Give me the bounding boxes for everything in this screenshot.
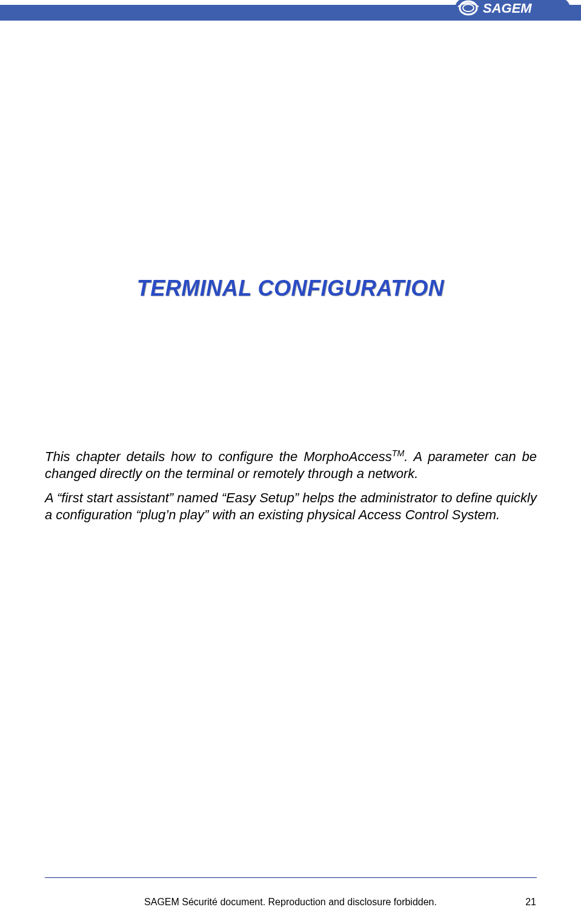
brand-text: SAGEM	[483, 1, 532, 16]
sagem-logo-icon: SAGEM	[455, 0, 570, 19]
intro-paragraph-1: This chapter details how to configure th…	[45, 448, 537, 483]
brand-logo: SAGEM	[455, 0, 570, 18]
page-number: 21	[525, 897, 536, 908]
trademark-superscript: TM	[392, 448, 405, 458]
intro-paragraph-2: A “first start assistant” named “Easy Se…	[45, 490, 537, 523]
footer-notice: SAGEM Sécurité document. Reproduction an…	[0, 897, 581, 908]
chapter-title: TERMINAL CONFIGURATION	[0, 276, 581, 301]
footer-divider	[45, 877, 537, 878]
p1-part-a: This chapter details how to configure th…	[45, 449, 392, 464]
